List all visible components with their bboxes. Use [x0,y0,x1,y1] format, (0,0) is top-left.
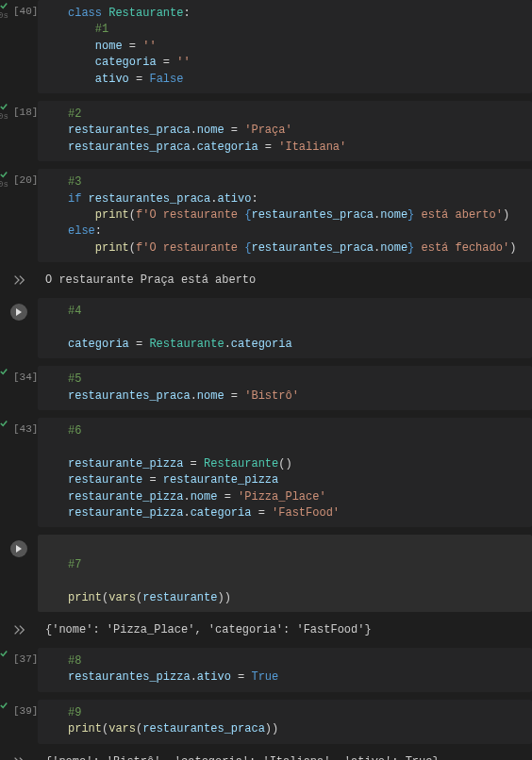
code-line[interactable]: #3 [45,174,524,190]
token: : [95,224,102,238]
token: vars [108,591,136,604]
code-line[interactable]: restaurante_pizza.nome = 'Pizza_Place' [45,489,524,505]
token: = [129,73,150,86]
code-cell[interactable]: #7 print(vars(restaurante)) [0,535,532,612]
code-line[interactable]: #1 [45,22,524,38]
cell-body[interactable]: #4 categoria = Restaurante.categoria [38,298,532,358]
code-line[interactable]: print(vars(restaurantes_praca)) [45,721,524,737]
token: restaurantes_praca [68,389,191,403]
cell-body[interactable]: #8restaurantes_pizza.ativo = True [38,648,532,692]
token: #4 [68,305,81,318]
cell-body[interactable]: #2restaurantes_praca.nome = 'Praça'resta… [38,101,532,161]
code-line[interactable]: print(vars(restaurante)) [45,590,524,606]
token: 'FastFood' [272,506,340,520]
code-line[interactable]: #5 [45,372,524,388]
token: = [258,140,279,154]
code-line[interactable]: restaurantes_praca.nome = 'Praça' [45,123,524,139]
code-cell[interactable]: 0s[20]#3if restaurantes_praca.ativo: pri… [0,169,532,262]
code-line[interactable]: categoria = Restaurante.categoria [45,337,524,353]
run-cell-button[interactable] [10,540,27,557]
exec-count: [43] [13,423,38,435]
token: False [149,73,183,86]
code-cell[interactable]: 0s[40]class Restaurante: #1 nome = '' ca… [0,0,532,93]
token: #9 [68,706,81,719]
code-line[interactable]: #9 [45,705,524,721]
token: categoria [191,506,252,520]
token: categoria [68,338,129,351]
token: ( [129,208,136,222]
token: #8 [68,654,81,668]
code-line[interactable]: print(f'O restaurante {restaurantes_prac… [45,207,524,223]
token: categoria [231,338,292,351]
cell-gutter [0,535,38,612]
token: = [183,457,204,471]
token: Restaurante [108,7,183,20]
token: ativo [217,192,251,206]
run-cell-button[interactable] [10,304,27,321]
code-cell[interactable]: [39]#9print(vars(restaurantes_praca)) [0,700,532,744]
cell-output: {'nome': 'Pizza_Place', 'categoria': 'Fa… [0,620,532,640]
cell-body[interactable]: #7 print(vars(restaurante)) [38,535,532,612]
cell-body[interactable]: #3if restaurantes_praca.ativo: print(f'O… [38,169,532,262]
token [68,56,95,69]
token: ) [224,591,231,604]
cell-body[interactable]: #9print(vars(restaurantes_praca)) [38,700,532,744]
code-line[interactable]: categoria = '' [45,55,524,71]
token: restaurante_pizza [68,490,183,504]
code-line[interactable]: #4 [45,304,524,320]
code-line[interactable]: #6 [45,423,524,439]
code-line[interactable]: restaurantes_praca.nome = 'Bistrô' [45,388,524,405]
token: #3 [68,175,81,189]
token: 'Bistrô' [244,389,299,403]
token: #2 [68,107,81,121]
token: = [157,56,177,69]
token: restaurante [68,473,142,487]
code-cell[interactable]: #4 categoria = Restaurante.categoria [0,298,532,358]
token: = [224,124,245,137]
code-line[interactable]: #8 [45,653,524,669]
token [68,73,95,86]
output-icon[interactable] [0,752,38,761]
token: 'Praça' [244,124,291,137]
token: = [251,506,272,520]
token: nome [380,241,407,255]
token: print [68,591,102,604]
token: if [68,192,89,206]
cell-body[interactable]: #6 restaurante_pizza = Restaurante()rest… [38,418,532,527]
code-line[interactable]: class Restaurante: [45,6,524,22]
cell-body[interactable]: class Restaurante: #1 nome = '' categori… [38,0,532,93]
code-line[interactable]: else: [45,223,524,240]
code-line[interactable]: if restaurantes_praca.ativo: [45,191,524,207]
code-line[interactable]: restaurante_pizza.categoria = 'FastFood' [45,505,524,521]
token: nome [95,40,123,53]
code-line[interactable]: restaurantes_praca.categoria = 'Italiana… [45,140,524,156]
code-cell[interactable]: [34]#5restaurantes_praca.nome = 'Bistrô' [0,366,532,410]
token: vars [108,722,136,735]
code-line[interactable]: nome = '' [45,39,524,55]
code-line[interactable]: restaurante = restaurante_pizza [45,472,524,488]
code-cell[interactable]: [37]#8restaurantes_pizza.ativo = True [0,648,532,692]
token: . [183,490,190,504]
code-line[interactable]: ativo = False [45,72,524,88]
code-line[interactable]: restaurante_pizza = Restaurante() [45,456,524,472]
code-line[interactable]: #2 [45,107,524,123]
code-line[interactable] [45,439,524,455]
output-icon[interactable] [0,270,38,290]
code-line[interactable]: #7 [45,557,524,573]
token: . [191,140,197,154]
code-line[interactable] [45,540,524,556]
code-line[interactable]: print(f'O restaurante {restaurantes_prac… [45,240,524,256]
token: restaurante_pizza [163,473,278,487]
code-line[interactable]: restaurantes_pizza.ativo = True [45,669,524,686]
code-cell[interactable]: [43]#6 restaurante_pizza = Restaurante()… [0,418,532,527]
token: ativo [197,670,231,684]
code-line[interactable] [45,573,524,589]
token: = [217,490,238,504]
cell-body[interactable]: #5restaurantes_praca.nome = 'Bistrô' [38,366,532,410]
code-cell[interactable]: 0s[18]#2restaurantes_praca.nome = 'Praça… [0,101,532,161]
output-icon[interactable] [0,620,38,640]
token: . [191,670,197,684]
code-line[interactable] [45,320,524,336]
token: nome [191,490,218,504]
token: restaurante [142,591,217,604]
